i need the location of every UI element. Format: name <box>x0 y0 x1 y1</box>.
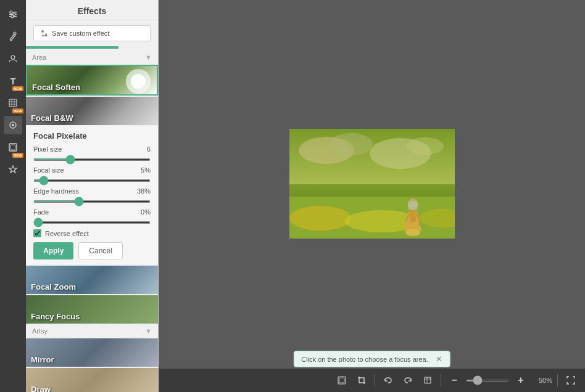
divider-3 <box>557 374 558 386</box>
fade-label: Fade <box>33 208 49 216</box>
zoom-slider[interactable] <box>466 380 509 382</box>
fade-slider[interactable] <box>33 221 151 224</box>
photo-container <box>289 129 455 240</box>
svg-rect-30 <box>408 202 418 210</box>
focal-size-label: Focal size <box>33 166 64 174</box>
info-bar: Click on the photo to choose a focus are… <box>293 351 450 367</box>
toolbar-stickers-icon[interactable] <box>4 160 22 179</box>
undo-icon[interactable] <box>380 372 396 388</box>
zoom-value: 50% <box>533 377 552 384</box>
effect-tile-focal-bw[interactable]: Focal B&W <box>26 97 158 125</box>
focal-zoom-label: Focal Zoom <box>26 280 81 294</box>
fade-value: 0% <box>141 208 151 216</box>
pixel-size-row: Pixel size 6 <box>33 145 151 163</box>
focal-pixelate-section: Focal Pixelate Pixel size 6 Focal size 5… <box>26 126 158 264</box>
toolbar-overlays-icon[interactable]: NEW <box>4 94 22 112</box>
layers-icon[interactable] <box>334 372 350 388</box>
new-badge-2: NEW <box>12 108 23 113</box>
toolbar-portrait-icon[interactable] <box>4 49 22 68</box>
divider-1 <box>375 374 375 386</box>
svg-point-13 <box>41 30 44 33</box>
svg-rect-8 <box>9 99 17 107</box>
zoom-in-icon[interactable]: + <box>513 372 529 388</box>
zoom-slider-wrap <box>466 380 509 382</box>
bottom-toolbar: − + 50% <box>159 369 585 392</box>
pixel-size-value: 6 <box>147 145 151 153</box>
info-close-button[interactable]: ✕ <box>436 354 442 364</box>
focal-size-slider[interactable] <box>33 179 151 182</box>
left-toolbar: T NEW NEW NEW <box>0 0 26 392</box>
svg-rect-35 <box>425 377 431 383</box>
reverse-effect-label[interactable]: Reverse effect <box>45 230 89 237</box>
toolbar-frames-icon[interactable]: NEW <box>4 138 22 157</box>
crop-icon[interactable] <box>354 372 370 388</box>
edge-hardness-slider[interactable] <box>33 200 151 203</box>
fade-row: Fade 0% <box>33 208 151 226</box>
reverse-effect-checkbox[interactable] <box>33 229 41 237</box>
pixel-size-label: Pixel size <box>33 145 62 153</box>
new-badge-3: NEW <box>12 153 23 158</box>
toolbar-text-icon[interactable]: T NEW <box>4 71 22 90</box>
edge-hardness-value: 38% <box>137 187 151 195</box>
cancel-button[interactable]: Cancel <box>78 242 122 259</box>
svg-point-10 <box>12 124 14 126</box>
focal-size-row: Focal size 5% <box>33 166 151 184</box>
save-custom-label: Save custom effect <box>52 30 109 37</box>
history-icon[interactable] <box>420 372 436 388</box>
mirror-label: Mirror <box>26 353 59 367</box>
photo-canvas[interactable] <box>289 129 455 239</box>
main-area: Click on the photo to choose a focus are… <box>159 0 585 392</box>
effect-tile-focal-zoom[interactable]: Focal Zoom <box>26 266 158 294</box>
apply-button[interactable]: Apply <box>33 242 73 259</box>
svg-rect-34 <box>339 378 344 383</box>
panel-title: Effects <box>26 0 158 20</box>
action-buttons: Apply Cancel <box>33 242 151 259</box>
effect-tile-focal-soften[interactable]: Focal Soften <box>26 65 158 96</box>
canvas-area[interactable] <box>159 0 585 369</box>
info-text: Click on the photo to choose a focus are… <box>301 356 428 363</box>
new-badge: NEW <box>12 86 23 91</box>
svg-rect-28 <box>410 209 416 223</box>
progress-bar <box>26 46 118 49</box>
section-area: Area ▼ <box>26 51 158 63</box>
section-artsy: Artsy ▼ <box>26 325 158 337</box>
pixel-size-slider[interactable] <box>33 158 151 161</box>
toolbar-effects-icon[interactable] <box>4 116 22 134</box>
svg-point-5 <box>11 15 14 18</box>
reverse-effect-row: Reverse effect <box>33 229 151 237</box>
toolbar-adjust-icon[interactable] <box>4 5 22 23</box>
svg-point-4 <box>13 13 15 15</box>
panel-scroll[interactable]: Area ▼ Focal Soften Focal B&W Focal Pixe… <box>26 46 158 392</box>
fullscreen-icon[interactable] <box>563 372 579 388</box>
fancy-focus-label: Fancy Focus <box>26 309 85 324</box>
save-custom-button[interactable]: Save custom effect <box>33 25 151 41</box>
effect-tile-fancy-focus[interactable]: Fancy Focus <box>26 295 158 324</box>
svg-point-3 <box>10 11 12 14</box>
edge-hardness-label: Edge hardness <box>33 187 79 195</box>
svg-point-18 <box>330 133 373 155</box>
toolbar-retouch-icon[interactable] <box>4 27 22 46</box>
effect-tile-draw[interactable]: Draw <box>26 368 158 392</box>
svg-point-20 <box>407 137 444 155</box>
focal-pixelate-title: Focal Pixelate <box>33 131 151 141</box>
focal-soften-label: Focal Soften <box>27 80 85 94</box>
side-panel: Effects Save custom effect Area ▼ Focal … <box>26 0 159 392</box>
svg-point-7 <box>11 55 15 59</box>
divider-2 <box>441 374 441 386</box>
draw-label: Draw <box>26 382 56 392</box>
zoom-out-icon[interactable]: − <box>446 372 462 388</box>
svg-point-6 <box>14 32 16 35</box>
focal-bw-label: Focal B&W <box>26 111 78 125</box>
redo-icon[interactable] <box>400 372 416 388</box>
svg-rect-12 <box>10 145 15 150</box>
svg-point-22 <box>289 206 351 231</box>
svg-point-27 <box>405 229 420 236</box>
edge-hardness-row: Edge hardness 38% <box>33 187 151 205</box>
focal-size-value: 5% <box>141 166 151 174</box>
effect-tile-mirror[interactable]: Mirror <box>26 338 158 367</box>
